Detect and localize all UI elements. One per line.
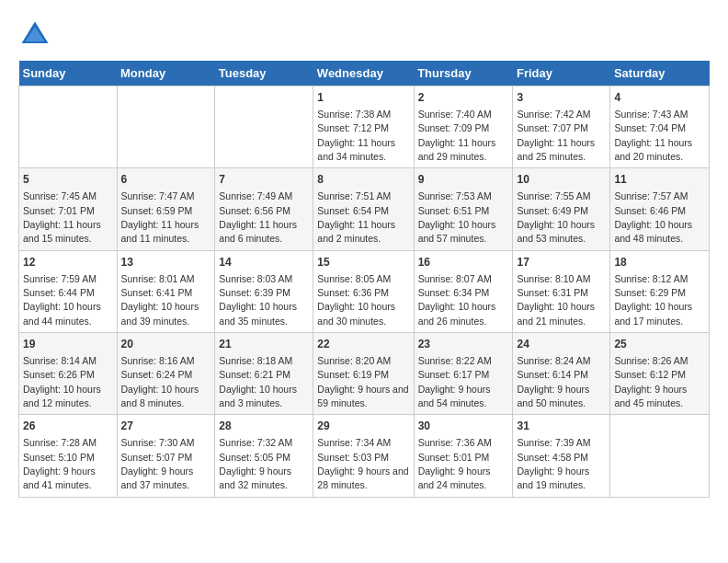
day-number: 22	[317, 337, 409, 352]
sunrise-text: Sunrise: 7:59 AM	[23, 273, 97, 284]
sunset-text: Sunset: 4:58 PM	[517, 452, 588, 463]
calendar-cell: 12Sunrise: 7:59 AMSunset: 6:44 PMDayligh…	[19, 250, 118, 332]
sunrise-text: Sunrise: 8:22 AM	[418, 355, 492, 366]
sunset-text: Sunset: 6:21 PM	[219, 369, 290, 380]
sunset-text: Sunset: 6:19 PM	[317, 369, 389, 380]
sunrise-text: Sunrise: 8:07 AM	[418, 273, 492, 284]
sunrise-text: Sunrise: 7:53 AM	[418, 190, 492, 201]
sunrise-text: Sunrise: 7:38 AM	[317, 109, 391, 120]
day-number: 14	[219, 255, 309, 270]
day-number: 15	[317, 255, 409, 270]
day-number: 8	[317, 172, 409, 188]
sunrise-text: Sunrise: 8:26 AM	[614, 355, 688, 366]
calendar-cell: 17Sunrise: 8:10 AMSunset: 6:31 PMDayligh…	[513, 250, 610, 332]
day-number: 17	[517, 255, 606, 270]
sunset-text: Sunset: 7:07 PM	[517, 122, 588, 133]
calendar-cell: 1Sunrise: 7:38 AMSunset: 7:12 PMDaylight…	[313, 86, 414, 168]
day-number: 4	[614, 90, 705, 106]
sunrise-text: Sunrise: 7:36 AM	[418, 437, 492, 448]
day-number: 18	[614, 255, 705, 270]
daylight-text: Daylight: 11 hours and 25 minutes.	[517, 137, 595, 162]
sunrise-text: Sunrise: 8:16 AM	[121, 355, 195, 366]
sunset-text: Sunset: 6:46 PM	[614, 205, 686, 216]
header-wednesday: Wednesday	[313, 61, 414, 86]
sunset-text: Sunset: 6:49 PM	[517, 205, 588, 216]
day-number: 30	[418, 419, 509, 434]
sunset-text: Sunset: 5:05 PM	[219, 452, 290, 463]
calendar-cell: 16Sunrise: 8:07 AMSunset: 6:34 PMDayligh…	[414, 250, 513, 332]
calendar-cell: 27Sunrise: 7:30 AMSunset: 5:07 PMDayligh…	[117, 415, 215, 497]
calendar-cell: 19Sunrise: 8:14 AMSunset: 6:26 PMDayligh…	[19, 333, 118, 415]
calendar-cell: 9Sunrise: 7:53 AMSunset: 6:51 PMDaylight…	[414, 168, 513, 250]
calendar-cell: 15Sunrise: 8:05 AMSunset: 6:36 PMDayligh…	[313, 250, 414, 332]
daylight-text: Daylight: 10 hours and 8 minutes.	[121, 384, 199, 408]
sunset-text: Sunset: 6:31 PM	[517, 287, 588, 298]
daylight-text: Daylight: 10 hours and 57 minutes.	[418, 219, 496, 244]
sunset-text: Sunset: 6:12 PM	[614, 369, 686, 380]
calendar-week-row: 1Sunrise: 7:38 AMSunset: 7:12 PMDaylight…	[19, 86, 710, 168]
daylight-text: Daylight: 9 hours and 54 minutes.	[418, 384, 491, 408]
calendar-cell: 2Sunrise: 7:40 AMSunset: 7:09 PMDaylight…	[414, 86, 513, 168]
day-number: 3	[517, 90, 606, 106]
day-number: 24	[517, 337, 606, 352]
daylight-text: Daylight: 10 hours and 35 minutes.	[219, 301, 297, 326]
calendar-cell	[19, 86, 118, 168]
daylight-text: Daylight: 11 hours and 2 minutes.	[317, 219, 395, 244]
day-number: 10	[517, 172, 606, 188]
sunset-text: Sunset: 6:44 PM	[23, 287, 95, 298]
sunrise-text: Sunrise: 7:32 AM	[219, 437, 292, 448]
daylight-text: Daylight: 9 hours and 45 minutes.	[614, 384, 687, 408]
sunrise-text: Sunrise: 8:01 AM	[121, 273, 195, 284]
sunset-text: Sunset: 5:01 PM	[418, 452, 490, 463]
sunrise-text: Sunrise: 8:10 AM	[517, 273, 590, 284]
sunrise-text: Sunrise: 8:24 AM	[517, 355, 590, 366]
logo	[18, 18, 57, 52]
sunset-text: Sunset: 7:09 PM	[418, 122, 490, 133]
sunset-text: Sunset: 6:41 PM	[121, 287, 193, 298]
calendar-cell: 28Sunrise: 7:32 AMSunset: 5:05 PMDayligh…	[215, 415, 313, 497]
calendar-cell: 22Sunrise: 8:20 AMSunset: 6:19 PMDayligh…	[313, 333, 414, 415]
logo-icon	[18, 18, 51, 52]
daylight-text: Daylight: 10 hours and 39 minutes.	[121, 301, 199, 326]
daylight-text: Daylight: 10 hours and 3 minutes.	[219, 384, 297, 408]
sunset-text: Sunset: 7:12 PM	[317, 122, 389, 133]
calendar-cell: 31Sunrise: 7:39 AMSunset: 4:58 PMDayligh…	[513, 415, 610, 497]
day-number: 13	[121, 255, 211, 270]
day-number: 2	[418, 90, 509, 106]
day-number: 5	[23, 172, 113, 188]
calendar-cell: 14Sunrise: 8:03 AMSunset: 6:39 PMDayligh…	[215, 250, 313, 332]
daylight-text: Daylight: 9 hours and 28 minutes.	[317, 465, 408, 490]
day-number: 12	[23, 255, 113, 270]
day-number: 1	[317, 90, 409, 106]
sunset-text: Sunset: 6:17 PM	[418, 369, 490, 380]
calendar-cell	[117, 86, 215, 168]
daylight-text: Daylight: 10 hours and 26 minutes.	[418, 301, 496, 326]
calendar-header-row: SundayMondayTuesdayWednesdayThursdayFrid…	[19, 61, 710, 86]
sunrise-text: Sunrise: 7:45 AM	[23, 190, 97, 201]
day-number: 26	[23, 419, 113, 434]
calendar-cell: 13Sunrise: 8:01 AMSunset: 6:41 PMDayligh…	[117, 250, 215, 332]
calendar-cell: 11Sunrise: 7:57 AMSunset: 6:46 PMDayligh…	[610, 168, 710, 250]
calendar-cell: 20Sunrise: 8:16 AMSunset: 6:24 PMDayligh…	[117, 333, 215, 415]
page-header	[18, 18, 710, 52]
sunset-text: Sunset: 6:59 PM	[121, 205, 193, 216]
calendar-cell: 29Sunrise: 7:34 AMSunset: 5:03 PMDayligh…	[313, 415, 414, 497]
header-saturday: Saturday	[610, 61, 710, 86]
header-monday: Monday	[117, 61, 215, 86]
sunrise-text: Sunrise: 7:57 AM	[614, 190, 688, 201]
sunrise-text: Sunrise: 8:12 AM	[614, 273, 688, 284]
sunrise-text: Sunrise: 7:34 AM	[317, 437, 391, 448]
sunrise-text: Sunrise: 8:05 AM	[317, 273, 391, 284]
sunset-text: Sunset: 6:51 PM	[418, 205, 490, 216]
calendar-cell: 18Sunrise: 8:12 AMSunset: 6:29 PMDayligh…	[610, 250, 710, 332]
sunrise-text: Sunrise: 7:30 AM	[121, 437, 195, 448]
daylight-text: Daylight: 9 hours and 32 minutes.	[219, 465, 291, 490]
daylight-text: Daylight: 11 hours and 6 minutes.	[219, 219, 297, 244]
daylight-text: Daylight: 9 hours and 24 minutes.	[418, 465, 491, 490]
sunset-text: Sunset: 6:54 PM	[317, 205, 389, 216]
daylight-text: Daylight: 10 hours and 21 minutes.	[517, 301, 595, 326]
sunrise-text: Sunrise: 7:39 AM	[517, 437, 590, 448]
sunset-text: Sunset: 6:36 PM	[317, 287, 389, 298]
daylight-text: Daylight: 11 hours and 15 minutes.	[23, 219, 101, 244]
day-number: 25	[614, 337, 705, 352]
